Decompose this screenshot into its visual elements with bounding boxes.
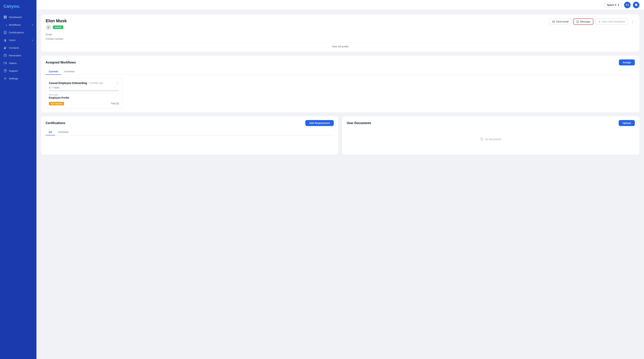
upload-button[interactable]: Upload <box>619 120 635 126</box>
sidebar-item-dashboard[interactable]: Dashboard <box>0 14 36 21</box>
svg-point-14 <box>48 26 49 28</box>
sidebar-item-settings[interactable]: Settings <box>0 75 36 82</box>
main-area: Space X ▾ FJ Elon Musk Admin <box>36 0 644 359</box>
sidebar-label-videos: Videos <box>9 62 17 65</box>
certifications-section: Certifications Add Requirement All Archi… <box>41 116 338 154</box>
cert-section-header: Certifications Add Requirement <box>46 120 334 126</box>
svg-rect-0 <box>4 16 5 17</box>
next-task-name: Employee Profile <box>49 96 119 99</box>
sidebar-label-contacts: Contacts <box>9 46 19 49</box>
sidebar-nav: Dashboard Workflows ▾ Certifications Use… <box>0 14 36 82</box>
brand-name: Canyou <box>4 4 19 9</box>
assigned-workflows-section: Assigned Workflows Assign Current Archiv… <box>41 56 640 112</box>
workflows-title: Assigned Workflows <box>46 61 76 64</box>
sidebar-label-support: Support <box>9 70 18 72</box>
tab-archived-cert[interactable]: Archived <box>55 129 71 136</box>
status-badge: Not Started <box>49 102 64 105</box>
svg-point-12 <box>5 72 5 72</box>
sync-xero-button[interactable]: Sync Xero employee <box>595 18 628 24</box>
sidebar-item-contacts[interactable]: Contacts <box>0 44 36 52</box>
workflows-icon <box>4 23 7 26</box>
profile-header: Elon Musk Admin Send email <box>46 18 635 30</box>
profile-name: Elon Musk <box>46 18 67 24</box>
cert-tabs: All Archived <box>46 129 334 136</box>
add-requirement-button[interactable]: Add Requirement <box>305 120 334 126</box>
sidebar-label-reminders: Reminders <box>9 54 21 57</box>
sidebar-label-users: Users <box>9 39 16 42</box>
support-icon <box>4 69 7 72</box>
avatar-button[interactable]: FJ <box>624 2 630 8</box>
profile-details: Email Contact number <box>46 33 635 40</box>
profile-actions: Send email Message Sync Xero employee ⋮ <box>549 18 635 25</box>
email-field: Email <box>46 33 635 36</box>
svg-rect-10 <box>4 62 6 64</box>
admin-badge: Admin <box>53 26 63 29</box>
sync-icon <box>598 20 601 23</box>
sidebar-label-settings: Settings <box>9 77 18 80</box>
user-icon <box>4 38 7 42</box>
svg-rect-3 <box>5 17 6 18</box>
email-icon <box>552 20 555 23</box>
contacts-icon <box>4 46 7 50</box>
no-documents-text: No documents <box>485 138 501 140</box>
assign-button[interactable]: Assign <box>619 60 635 66</box>
task-count: 0 / 7 tasks <box>49 86 119 89</box>
logo: Canyou. <box>0 0 36 14</box>
info-icon <box>480 138 484 140</box>
workflows-tabs: Current Archived <box>46 68 635 75</box>
profile-card: Elon Musk Admin Send email <box>41 14 640 52</box>
sidebar-item-workflows[interactable]: Workflows ▾ <box>0 21 36 28</box>
no-documents-state: No documents <box>347 138 635 140</box>
svg-rect-16 <box>577 21 579 22</box>
sidebar: Canyou. Dashboard Workflows ▾ Certificat… <box>0 0 36 359</box>
svg-rect-2 <box>4 17 5 18</box>
svg-point-5 <box>5 33 6 34</box>
next-task-label: Next task <box>49 94 119 96</box>
profile-avatar <box>46 24 51 30</box>
tab-archived[interactable]: Archived <box>61 68 78 75</box>
cert-title: Certifications <box>46 122 65 125</box>
email-label: Email <box>46 33 52 36</box>
svg-rect-9 <box>4 54 6 57</box>
workflow-footer: Not Started Total (8) <box>49 102 119 105</box>
sidebar-item-support[interactable]: Support <box>0 67 36 74</box>
sidebar-item-videos[interactable]: Videos <box>0 60 36 67</box>
svg-point-6 <box>4 39 6 40</box>
content-area: Elon Musk Admin Send email <box>36 10 644 359</box>
sidebar-item-reminders[interactable]: Reminders <box>0 52 36 59</box>
more-options-button[interactable]: ⋮ <box>630 19 635 24</box>
docs-section-header: User Documents Upload <box>347 120 635 126</box>
workflow-item: Casual Employee Onboarding 5 months ago … <box>46 78 122 108</box>
user-documents-section: User Documents Upload No documents <box>342 116 640 154</box>
sidebar-label-workflows: Workflows <box>9 24 21 26</box>
view-profile-link[interactable]: View full profile <box>46 42 635 48</box>
svg-rect-1 <box>5 16 6 17</box>
sidebar-item-users[interactable]: Users ▾ <box>0 36 36 44</box>
tab-all[interactable]: All <box>46 129 55 136</box>
workflows-arrow-icon: ▾ <box>32 24 33 26</box>
workflow-name: Casual Employee Onboarding <box>49 82 87 84</box>
workflow-item-header: Casual Employee Onboarding 5 months ago … <box>49 81 119 85</box>
notification-button[interactable] <box>633 2 640 8</box>
brand-dot: . <box>19 4 20 9</box>
message-button[interactable]: Message <box>573 18 593 25</box>
workflow-more-icon[interactable]: ⋮ <box>116 81 119 85</box>
svg-point-13 <box>5 78 6 79</box>
profile-identity: Elon Musk Admin <box>46 18 67 30</box>
tab-current[interactable]: Current <box>46 68 61 75</box>
message-icon <box>576 20 579 23</box>
send-email-button[interactable]: Send email <box>549 18 571 24</box>
space-selector[interactable]: Space X ▾ <box>604 2 622 8</box>
reminders-icon <box>4 54 7 57</box>
svg-rect-15 <box>552 21 555 22</box>
sidebar-item-certifications[interactable]: Certifications <box>0 29 36 36</box>
bottom-sections: Certifications Add Requirement All Archi… <box>41 116 640 154</box>
cert-icon <box>4 31 7 34</box>
message-label: Message <box>580 20 590 23</box>
settings-icon <box>4 77 7 80</box>
chevron-down-icon: ▾ <box>618 4 619 6</box>
docs-title: User Documents <box>347 122 371 125</box>
svg-point-7 <box>4 47 5 48</box>
sidebar-label-dashboard: Dashboard <box>9 16 22 18</box>
videos-icon <box>4 61 7 65</box>
